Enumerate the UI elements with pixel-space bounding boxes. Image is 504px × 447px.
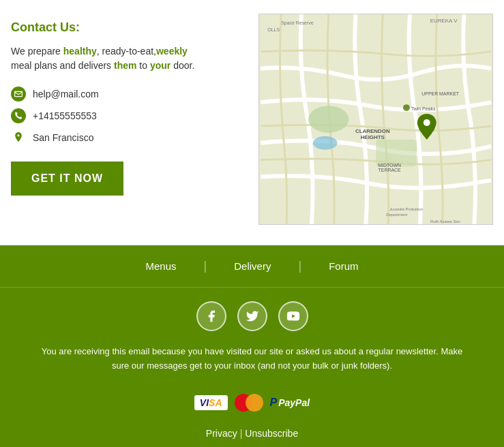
get-it-now-button[interactable]: GET IT NOW [11,161,123,196]
facebook-icon[interactable] [196,301,226,331]
svg-text:EUREKA V: EUREKA V [430,18,457,24]
youtube-icon[interactable] [278,301,308,331]
twitter-icon[interactable] [237,301,267,331]
contact-items-list: help@mail.com +14155555553 San Francisco [11,87,245,145]
svg-text:TERRACE: TERRACE [378,168,401,172]
footer-disclaimer: You are receiving this email because you… [0,345,504,387]
visa-logo: VISA [194,395,228,410]
location-icon [11,130,26,145]
svg-text:Juvenile Probation: Juvenile Probation [389,207,423,211]
top-section: Contact Us: We prepare healthy, ready-to… [0,0,504,245]
contact-title: Contact Us: [11,20,245,35]
svg-point-11 [402,104,409,111]
privacy-link[interactable]: Privacy [206,428,237,439]
phone-item: +14155555553 [11,108,245,123]
email-icon [11,87,26,102]
footer-links-divider: | [240,428,243,439]
nav-forum[interactable]: Forum [301,260,385,272]
email-text: help@mail.com [33,89,99,99]
phone-icon [11,108,26,123]
svg-point-3 [312,136,337,150]
svg-text:UPPER MARKET: UPPER MARKET [421,91,460,96]
svg-text:CLARENDON: CLARENDON [355,128,389,134]
footer: Menus | Delivery | Forum You are receivi… [0,245,504,447]
nav-menus[interactable]: Menus [119,260,204,272]
footer-links: Privacy | Unsubscribe [0,422,504,447]
svg-text:Department: Department [386,213,407,217]
svg-text:Space Reserve: Space Reserve [281,20,314,26]
paypal-logo: P PayPal [270,397,310,409]
phone-text: +14155555553 [33,110,97,121]
svg-text:OLLS: OLLS [267,27,280,32]
payment-icons: VISA P PayPal [0,387,504,422]
unsubscribe-link[interactable]: Unsubscribe [245,428,298,439]
nav-delivery[interactable]: Delivery [207,260,298,272]
svg-text:Twin Peaks: Twin Peaks [411,106,435,111]
map-container: CLARENDON HEIGHTS MIDTOWN TERRACE UPPER … [258,14,494,225]
mastercard-logo [235,394,263,412]
contact-description: We prepare healthy, ready-to-eat,weekly … [11,44,245,73]
svg-rect-0 [261,14,491,224]
location-text: San Francisco [33,132,93,143]
location-item: San Francisco [11,130,245,145]
contact-info: Contact Us: We prepare healthy, ready-to… [11,14,245,225]
svg-point-1 [308,106,349,133]
email-item: help@mail.com [11,87,245,102]
svg-text:MIDTOWN: MIDTOWN [378,163,401,168]
mastercard-circle-yellow [246,394,263,412]
paypal-text: PayPal [278,397,310,408]
footer-nav: Menus | Delivery | Forum [0,245,504,288]
svg-text:HEIGHTS: HEIGHTS [360,134,384,140]
svg-point-10 [423,119,430,126]
svg-text:Ruth Asawa San: Ruth Asawa San [430,219,460,224]
social-icons-container [0,288,504,345]
paypal-p1: P [270,397,278,409]
